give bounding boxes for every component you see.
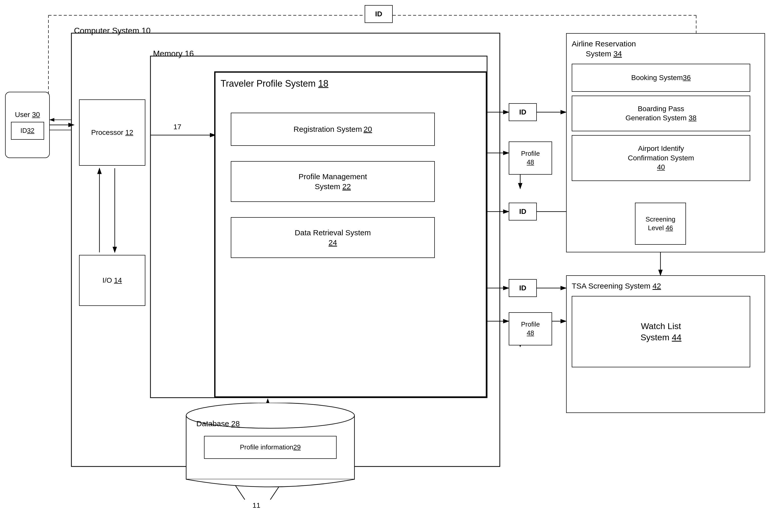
io-box: I/O 14 [79,255,145,306]
user-box: User 30 ID 32 [5,92,50,158]
id-top-box: ID [365,5,393,23]
profile-mgmt-box: Profile ManagementSystem 22 [231,161,435,202]
diagram: Computer System 10 Memory 16 Traveler Pr… [0,0,777,532]
airline-reservation-label: Airline ReservationSystem 34 [572,39,636,58]
profile-top-box: Profile48 [509,141,552,175]
traveler-profile-label: Traveler Profile System 18 [221,78,328,90]
database-container: Database 28 Profile information 29 [184,403,357,498]
id-right3-box: ID [509,203,537,221]
screening-level-box: ScreeningLevel 46 [635,203,686,245]
memory-label: Memory 16 [153,48,194,59]
computer-system-label: Computer System 10 [74,25,151,36]
boarding-pass-box: Boarding PassGeneration System 38 [572,96,750,131]
id-right1-box: ID [509,103,537,121]
data-retrieval-box: Data Retrieval System24 [231,217,435,258]
id-right2-box: ID [509,279,537,297]
label-17: 17 [174,122,181,132]
processor-box: Processor 12 [79,99,145,166]
tsa-outer-box: TSA Screening System 42 Watch ListSystem… [566,275,765,413]
profile-bottom-box: Profile48 [509,312,552,346]
traveler-profile-box: Traveler Profile System 18 Registration … [214,72,487,398]
airport-identify-box: Airport IdentifyConfirmation System40 [572,135,750,181]
booking-box: Booking System 36 [572,64,750,92]
watch-list-box: Watch ListSystem 44 [572,296,750,367]
profile-info-box: Profile information 29 [204,436,337,459]
registration-box: Registration System 20 [231,113,435,146]
label-11: 11 [252,501,260,510]
database-label: Database 28 [196,419,240,428]
user-label: User 30 [15,110,40,119]
id-user-box: ID 32 [11,122,44,140]
tsa-label: TSA Screening System 42 [572,281,661,291]
